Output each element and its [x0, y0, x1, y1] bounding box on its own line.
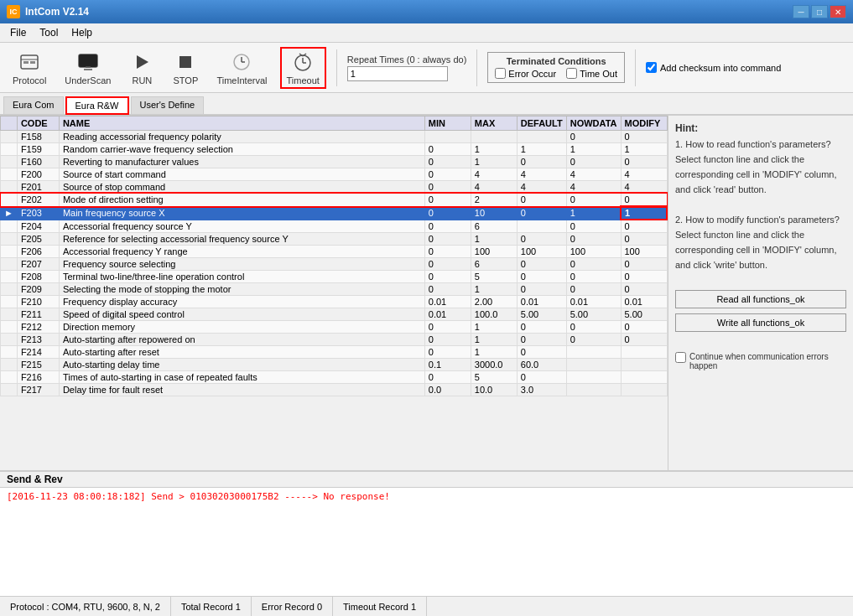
- tab-users-define[interactable]: User's Define: [131, 96, 205, 114]
- row-name: Main frequency source X: [59, 206, 424, 220]
- row-name: Auto-starting after reset: [59, 346, 424, 359]
- row-indicator: [1, 156, 18, 168]
- row-modify[interactable]: 0: [621, 334, 667, 346]
- col-default: DEFAULT: [517, 116, 566, 131]
- time-out-checkbox[interactable]: Time Out: [566, 68, 617, 79]
- app-icon: IC: [7, 5, 20, 18]
- table-row[interactable]: F201 Source of stop command 0 4 4 4 4: [1, 181, 668, 194]
- row-name: Random carrier-wave frequency selection: [59, 143, 424, 156]
- row-modify[interactable]: 0: [621, 131, 667, 143]
- row-modify[interactable]: 1: [621, 143, 667, 156]
- table-row[interactable]: F200 Source of start command 0 4 4 4 4: [1, 168, 668, 181]
- checksum-section[interactable]: Add checksum into command: [646, 62, 781, 73]
- status-timeout-record: Timeout Record 1: [333, 597, 427, 616]
- table-row[interactable]: F211 Speed of digital speed control 0.01…: [1, 308, 668, 321]
- timeinterval-button[interactable]: TimeInterval: [211, 48, 273, 88]
- table-row[interactable]: F213 Auto-starting after repowered on 0 …: [1, 334, 668, 346]
- continue-on-error-input[interactable]: [675, 352, 686, 363]
- row-code: F203: [17, 206, 59, 220]
- toolbar: Protocol UnderScan RUN STOP: [0, 43, 853, 93]
- table-row[interactable]: F217 Delay time for fault reset 0.0 10.0…: [1, 384, 668, 396]
- continue-on-error-checkbox[interactable]: Continue when communication errors happe…: [675, 352, 846, 370]
- maximize-button[interactable]: □: [811, 5, 828, 18]
- row-modify[interactable]: 5.00: [621, 308, 667, 321]
- table-container[interactable]: CODE NAME MIN MAX DEFAULT NOWDATA MODIFY…: [0, 116, 668, 470]
- row-indicator: [1, 334, 18, 346]
- stop-button[interactable]: STOP: [167, 48, 204, 88]
- table-row[interactable]: F210 Frequency display accuracy 0.01 2.0…: [1, 296, 668, 308]
- protocol-button[interactable]: Protocol: [7, 48, 52, 88]
- table-row[interactable]: F159 Random carrier-wave frequency selec…: [1, 143, 668, 156]
- table-row[interactable]: F205 Reference for selecting accessorial…: [1, 233, 668, 246]
- row-min: 0: [424, 233, 471, 246]
- row-modify[interactable]: 0: [621, 220, 667, 233]
- minimize-button[interactable]: ─: [793, 5, 809, 18]
- status-error-record: Error Record 0: [252, 597, 333, 616]
- run-button[interactable]: RUN: [123, 48, 160, 88]
- row-indicator: [1, 296, 18, 308]
- table-row[interactable]: F158 Reading accessorial frequency polar…: [1, 131, 668, 143]
- table-row[interactable]: F160 Reverting to manufacturer values 0 …: [1, 156, 668, 168]
- col-name: NAME: [59, 116, 424, 131]
- table-row[interactable]: F207 Frequency source selecting 0 6 0 0 …: [1, 258, 668, 271]
- row-modify[interactable]: 0.01: [621, 296, 667, 308]
- table-row[interactable]: F202 Mode of direction setting 0 2 0 0 0: [1, 194, 668, 207]
- row-modify[interactable]: [621, 346, 667, 359]
- error-occur-checkbox[interactable]: Error Occur: [495, 68, 556, 79]
- table-row[interactable]: F204 Accessorial frequency source Y 0 6 …: [1, 220, 668, 233]
- row-nowdata: 0: [566, 283, 621, 296]
- protocol-icon: [18, 50, 41, 74]
- table-row[interactable]: F215 Auto-starting delay time 0.1 3000.0…: [1, 359, 668, 371]
- write-all-functions-button[interactable]: Write all functions_ok: [675, 313, 846, 332]
- svg-rect-2: [23, 61, 29, 64]
- row-nowdata: 0: [566, 271, 621, 283]
- tab-eura-rw[interactable]: Eura R&W: [65, 96, 129, 115]
- table-row[interactable]: ► F203 Main frequency source X 0 10 0 1 …: [1, 206, 668, 220]
- row-modify[interactable]: 0: [621, 233, 667, 246]
- underscan-button[interactable]: UnderScan: [59, 48, 117, 88]
- table-row[interactable]: F216 Times of auto-starting in case of r…: [1, 371, 668, 384]
- tab-eura-com[interactable]: Eura Com: [3, 96, 64, 114]
- row-indicator: [1, 258, 18, 271]
- row-modify[interactable]: 0: [621, 321, 667, 334]
- row-default: [517, 220, 566, 233]
- row-code: F213: [17, 334, 59, 346]
- table-row[interactable]: F208 Terminal two-line/three-line operat…: [1, 271, 668, 283]
- row-nowdata: 0: [566, 194, 621, 207]
- row-name: Selecting the mode of stopping the motor: [59, 283, 424, 296]
- row-modify[interactable]: 4: [621, 181, 667, 194]
- menu-help[interactable]: Help: [65, 25, 99, 40]
- col-min: MIN: [424, 116, 471, 131]
- row-max: 1: [471, 321, 517, 334]
- row-modify[interactable]: [621, 384, 667, 396]
- close-button[interactable]: ✕: [830, 5, 846, 18]
- read-all-functions-button[interactable]: Read all functions_ok: [675, 290, 846, 308]
- menu-tool[interactable]: Tool: [33, 25, 65, 40]
- row-modify[interactable]: 1: [621, 206, 667, 220]
- time-out-input[interactable]: [566, 68, 577, 79]
- row-nowdata: 1: [566, 143, 621, 156]
- hint-text2: Select functon line and click the: [675, 154, 846, 164]
- menu-file[interactable]: File: [3, 25, 33, 40]
- row-modify[interactable]: 0: [621, 271, 667, 283]
- row-modify[interactable]: [621, 359, 667, 371]
- table-area: CODE NAME MIN MAX DEFAULT NOWDATA MODIFY…: [0, 116, 668, 470]
- error-occur-input[interactable]: [495, 68, 506, 79]
- row-modify[interactable]: 4: [621, 168, 667, 181]
- repeat-times-input[interactable]: [347, 66, 448, 81]
- row-modify[interactable]: 0: [621, 258, 667, 271]
- monitor-icon: [76, 50, 100, 74]
- table-row[interactable]: F206 Accessorial frequency Y range 0 100…: [1, 246, 668, 258]
- row-min: 0: [424, 220, 471, 233]
- row-modify[interactable]: 100: [621, 246, 667, 258]
- row-modify[interactable]: [621, 371, 667, 384]
- row-modify[interactable]: 0: [621, 283, 667, 296]
- timeout-button[interactable]: Timeout: [280, 47, 326, 89]
- table-row[interactable]: F209 Selecting the mode of stopping the …: [1, 283, 668, 296]
- table-row[interactable]: F212 Direction memory 0 1 0 0 0: [1, 321, 668, 334]
- table-row[interactable]: F214 Auto-starting after reset 0 1 0: [1, 346, 668, 359]
- row-modify[interactable]: 0: [621, 156, 667, 168]
- terminated-conditions-section: Terminated Conditions Error Occur Time O…: [487, 52, 625, 83]
- checksum-input[interactable]: [646, 62, 657, 73]
- row-modify[interactable]: 0: [621, 194, 667, 207]
